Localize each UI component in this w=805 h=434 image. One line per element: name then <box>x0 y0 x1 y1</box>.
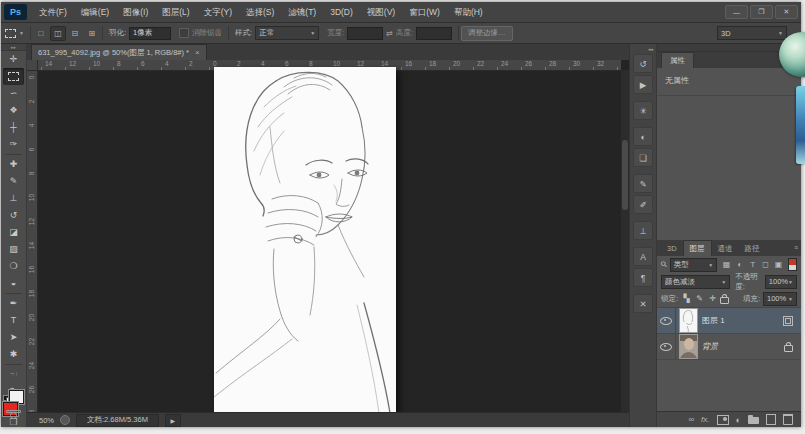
layer-thumbnail[interactable] <box>680 335 697 358</box>
add-layer-mask-icon[interactable] <box>717 415 729 425</box>
new-adjustment-layer-icon[interactable]: ◐ <box>736 415 741 425</box>
path-selection-tool[interactable]: ➤ <box>3 329 24 346</box>
feather-input[interactable]: 1像素 <box>129 27 171 40</box>
quick-selection-tool[interactable]: ❖ <box>3 102 24 119</box>
opacity-value[interactable]: 100%▼ <box>765 275 797 289</box>
pixel-filter-icon[interactable]: ▦ <box>720 259 733 271</box>
tab-properties[interactable]: 属性 <box>661 52 694 68</box>
layer-row[interactable]: 背景 <box>657 334 801 360</box>
quick-mask-mode-icon[interactable] <box>6 410 21 413</box>
type-tool[interactable]: T <box>3 312 24 329</box>
toolbox-grip[interactable]: ▸▸ <box>1 44 26 51</box>
antialias-checkbox[interactable] <box>179 28 189 38</box>
style-select[interactable]: 正常▼ <box>255 26 319 40</box>
filter-kind-select[interactable]: 类型▼ <box>670 258 717 272</box>
blur-tool[interactable]: ❍ <box>3 258 24 275</box>
new-group-icon[interactable] <box>748 417 759 424</box>
refine-edge-button[interactable]: 调整边缘… <box>461 26 513 41</box>
lock-pixels-icon[interactable]: ✎ <box>694 294 705 304</box>
collapse-dock-icon[interactable]: ◂◂ <box>630 44 656 53</box>
history-brush-tool[interactable]: ↺ <box>3 207 24 224</box>
subtract-from-selection-icon[interactable]: ⊟ <box>67 26 83 41</box>
menu-layer[interactable]: 图层(L) <box>155 2 196 22</box>
new-layer-icon[interactable] <box>766 414 776 425</box>
custom-shape-tool[interactable]: ✱ <box>3 346 24 363</box>
status-menu-arrow-icon[interactable]: ▶ <box>165 414 181 427</box>
brush-tool[interactable]: ✎ <box>3 173 24 190</box>
menu-view[interactable]: 视图(V) <box>360 2 402 22</box>
restore-button[interactable]: ❐ <box>750 5 773 19</box>
adjustments-panel-icon[interactable]: ✳ <box>633 101 653 120</box>
shape-filter-icon[interactable]: ◻ <box>759 259 772 271</box>
tab-通道[interactable]: 通道 <box>712 241 739 256</box>
blend-mode-select[interactable]: 颜色减淡▼ <box>661 275 730 289</box>
tab-路径[interactable]: 路径 <box>739 241 766 256</box>
close-button[interactable]: ✕ <box>775 5 798 19</box>
layer-visibility-toggle[interactable] <box>657 308 676 333</box>
lock-transparent-icon[interactable]: ▚ <box>681 294 692 304</box>
tab-3D[interactable]: 3D <box>661 241 683 256</box>
width-input[interactable] <box>347 27 383 40</box>
brush-panel-icon[interactable]: ✎ <box>633 174 653 193</box>
tool-preset-picker[interactable]: ▼ <box>1 29 28 38</box>
link-layers-icon[interactable]: ∞ <box>688 415 694 424</box>
crop-tool[interactable]: ┼ <box>3 119 24 136</box>
document-tab[interactable]: 631_995_4092.jpg @ 50%(图层 1, RGB/8#) * × <box>31 44 207 60</box>
minimize-button[interactable]: — <box>725 5 748 19</box>
menu-select[interactable]: 选择(S) <box>239 2 281 22</box>
eyedropper-tool[interactable]: ✑ <box>3 136 24 153</box>
filter-toggle-icon[interactable] <box>788 258 797 271</box>
lasso-tool[interactable]: ∽ <box>3 85 24 102</box>
fill-value[interactable]: 100%▼ <box>763 292 797 306</box>
intersect-selection-icon[interactable]: ⊞ <box>84 26 100 41</box>
eraser-tool[interactable]: ◪ <box>3 224 24 241</box>
menu-3d[interactable]: 3D(D) <box>323 2 360 22</box>
vertical-ruler[interactable]: 0246810121416182022242628 <box>27 70 38 412</box>
clone-source-panel-icon[interactable]: ⊥ <box>633 221 653 240</box>
layer-style-fx-icon[interactable]: fx. <box>701 415 709 424</box>
clone-stamp-tool[interactable]: ⊥ <box>3 190 24 207</box>
dodge-tool[interactable]: ◒ <box>3 275 24 292</box>
add-to-selection-icon[interactable]: ◫ <box>50 26 66 41</box>
type-filter-icon[interactable]: T <box>746 259 759 271</box>
gradient-tool[interactable]: ▨ <box>3 241 24 258</box>
spot-healing-brush-tool[interactable]: ✚ <box>3 156 24 173</box>
menu-filter[interactable]: 滤镜(T) <box>281 2 323 22</box>
tool-presets-panel-icon[interactable]: ✕ <box>633 294 653 313</box>
rectangular-marquee-tool[interactable] <box>3 68 24 85</box>
adjustment-filter-icon[interactable]: ◐ <box>733 259 746 271</box>
menu-window[interactable]: 窗口(W) <box>402 2 447 22</box>
canvas[interactable] <box>214 67 396 412</box>
actions-panel-icon[interactable]: ▶ <box>633 75 653 94</box>
lock-all-icon[interactable] <box>720 297 729 304</box>
workspace-switcher[interactable]: 3D▼ <box>717 26 787 40</box>
tab-close-icon[interactable]: × <box>195 48 200 57</box>
move-tool[interactable]: ✛ <box>3 51 24 68</box>
brush-presets-panel-icon[interactable]: ✐ <box>633 195 653 214</box>
layer-name[interactable]: 背景 <box>702 341 784 352</box>
menu-type[interactable]: 文字(Y) <box>197 2 239 22</box>
layers-panel-menu-icon[interactable]: ≡ <box>794 244 798 251</box>
vertical-scrollbar[interactable] <box>621 70 629 412</box>
menu-image[interactable]: 图像(I) <box>116 2 155 22</box>
swap-dimensions-icon[interactable]: ⇄ <box>386 29 393 38</box>
zoom-level[interactable]: 50% <box>39 416 54 425</box>
menu-file[interactable]: 文件(F) <box>32 2 74 22</box>
history-panel-icon[interactable]: ↺ <box>633 54 653 73</box>
masks-panel-icon[interactable]: ◐ <box>633 127 653 146</box>
height-input[interactable] <box>416 27 452 40</box>
styles-panel-icon[interactable]: ❏ <box>633 148 653 167</box>
smart-object-filter-icon[interactable]: ▣ <box>772 259 785 271</box>
layer-thumbnail[interactable] <box>680 309 697 332</box>
layer-row[interactable]: 图层 1 <box>657 308 801 334</box>
layer-name[interactable]: 图层 1 <box>702 315 783 326</box>
menu-edit[interactable]: 编辑(E) <box>74 2 116 22</box>
hand-tool[interactable]: ☜ <box>3 366 24 383</box>
delete-layer-icon[interactable] <box>783 414 793 425</box>
tab-图层[interactable]: 图层 <box>683 240 712 256</box>
character-panel-icon[interactable]: A <box>633 247 653 266</box>
new-selection-icon[interactable]: □ <box>33 26 49 41</box>
pen-tool[interactable]: ✒ <box>3 295 24 312</box>
scrollbar-thumb[interactable] <box>622 140 628 210</box>
lock-position-icon[interactable]: ✛ <box>707 294 718 304</box>
